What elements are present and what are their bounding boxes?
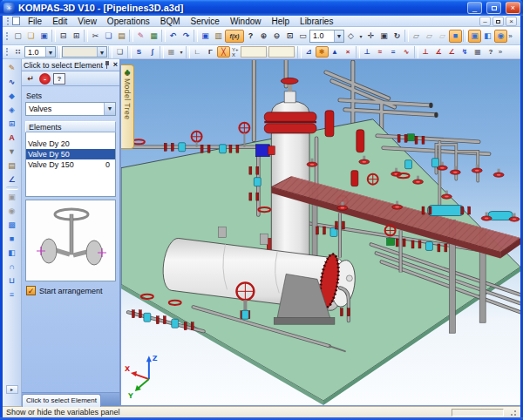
checkbox-icon[interactable]: ✓ [26, 286, 36, 295]
report-tool[interactable]: ▤ [4, 159, 19, 173]
bend-button[interactable]: ≈ [374, 46, 387, 58]
local-cs-button[interactable]: ∟ [191, 46, 204, 58]
shaded-edges-cube-button[interactable]: ▣ [468, 30, 481, 43]
object-browser-button[interactable]: ▥ [212, 30, 225, 43]
show-all-button[interactable]: ▣ [377, 30, 391, 43]
sets-combo[interactable]: Valves▼ [25, 102, 116, 116]
auto-route-button[interactable]: ✱ [316, 46, 329, 58]
cut-tool[interactable]: ◧ [4, 246, 19, 260]
menu-view[interactable]: View [72, 17, 102, 26]
menu-window[interactable]: Window [225, 17, 267, 26]
variables-window-button[interactable]: ▣ [199, 30, 212, 43]
panel-help-button[interactable]: ? [53, 73, 65, 85]
step-combo[interactable]: 1.0▼ [24, 46, 56, 58]
shell-tool[interactable]: ⊔ [4, 274, 19, 288]
extrude-tool[interactable]: ▣ [4, 190, 19, 204]
place-element-button[interactable]: ▲ [329, 46, 342, 58]
straight-pipe-button[interactable]: = [387, 46, 400, 58]
surface-tool[interactable]: ◆ [4, 89, 19, 103]
support-button[interactable]: ⊥ [419, 46, 432, 58]
fx-variables-button[interactable]: f(x) [225, 30, 244, 43]
list-item[interactable]: Valve Dy 20 [26, 139, 115, 149]
fillet-tool[interactable]: ∩ [4, 260, 19, 274]
minimize-button[interactable]: _ [467, 2, 482, 14]
snap-button[interactable]: ╳ [217, 46, 230, 58]
menu-libraries[interactable]: Libraries [295, 17, 338, 26]
library-help-button[interactable]: ? [485, 46, 498, 58]
measure-tool[interactable]: ∠ [4, 173, 19, 186]
print-button[interactable]: ⊟ [57, 30, 70, 43]
save-document-button[interactable]: ▣ [37, 30, 51, 43]
mdi-close-button[interactable]: × [506, 17, 517, 26]
current-step-button[interactable]: ∷ [11, 46, 24, 58]
copy-properties-button[interactable]: ✎ [134, 30, 147, 43]
resize-grip[interactable] [509, 409, 517, 417]
undo-button[interactable]: ↶ [166, 30, 180, 43]
dashed-lines-cube-button[interactable]: ▱ [436, 30, 449, 43]
menu-operations[interactable]: Operations [102, 17, 155, 26]
mdi-restore-button[interactable] [492, 17, 504, 26]
trim-curve-button[interactable]: ∫ [146, 46, 159, 58]
menu-edit[interactable]: Edit [47, 17, 72, 26]
menu-service[interactable]: Service [186, 17, 225, 26]
grid-button[interactable]: ▦ [165, 46, 178, 58]
edit-curve-button[interactable]: S [132, 46, 146, 58]
wireframe-cube-button[interactable]: ▱ [410, 30, 423, 43]
toolbar-overflow-button[interactable]: » [507, 32, 513, 40]
toolbar-overflow-button[interactable]: » [498, 48, 504, 56]
pillar-support-button[interactable]: ⊥ [361, 46, 374, 58]
zoom-in-button[interactable]: ⊕ [257, 30, 270, 43]
route-3d-button[interactable]: ⊿ [302, 46, 316, 58]
toolbar-grip[interactable] [6, 48, 9, 56]
menu-file[interactable]: File [23, 17, 47, 26]
copy-button[interactable]: ❏ [102, 30, 115, 43]
model-tree-tab[interactable]: ♣ Model Tree [121, 64, 134, 149]
zoom-scale-combo[interactable]: 1.0▼ [309, 30, 344, 43]
hidden-lines-cube-button[interactable]: ▱ [423, 30, 436, 43]
context-help-button[interactable]: ? [244, 30, 257, 43]
style-combo[interactable]: ▼ [62, 46, 107, 58]
filter-tool[interactable]: ▼ [4, 145, 19, 159]
update-model-button[interactable]: ↯ [458, 46, 472, 58]
array-tool[interactable]: ◈ [4, 103, 19, 117]
panel-close-icon[interactable]: × [113, 61, 118, 69]
spline-tool[interactable]: ∿ [4, 75, 19, 89]
paste-button[interactable]: ▤ [115, 30, 128, 43]
redo-button[interactable]: ↷ [180, 30, 193, 43]
side-toolbar-overflow-button[interactable]: ▸ [6, 385, 18, 394]
grid-dropdown[interactable]: ▾ [178, 46, 185, 58]
revolve-tool[interactable]: ◉ [4, 204, 19, 218]
pin-icon[interactable] [104, 61, 111, 69]
orientation-dropdown[interactable]: ▾ [357, 30, 364, 43]
close-button[interactable]: × [506, 2, 520, 14]
spreadsheet-button[interactable]: ▦ [147, 30, 160, 43]
orientation-button[interactable]: ◇ [344, 30, 357, 43]
shaded-cube-button[interactable]: ■ [449, 30, 462, 43]
flex-pipe-button[interactable]: ∿ [400, 46, 413, 58]
specification-button[interactable]: ▦ [472, 46, 485, 58]
branch-button[interactable]: ∡ [432, 46, 445, 58]
slope-button[interactable]: ∠ [445, 46, 458, 58]
rotate-button[interactable]: ↻ [391, 30, 404, 43]
boss-tool[interactable]: ■ [4, 232, 19, 246]
zoom-selected-button[interactable]: ▭ [296, 30, 309, 43]
remove-element-button[interactable]: × [342, 46, 355, 58]
toolbar-grip[interactable] [7, 17, 10, 25]
panel-bottom-tab[interactable]: Click to select Element [22, 394, 101, 407]
start-arrangement-checkbox[interactable]: ✓ Start arrangement [26, 286, 116, 295]
toolbar-grip[interactable] [6, 32, 9, 40]
text-tool[interactable]: A [4, 131, 19, 145]
loft-tool[interactable]: ▩ [4, 218, 19, 232]
sketch-tool[interactable]: ✎ [4, 61, 19, 75]
sheet-parameters-button[interactable]: ❏ [113, 46, 126, 58]
zoom-out-button[interactable]: ⊖ [270, 30, 283, 43]
section-view-button[interactable]: ◧ [481, 30, 494, 43]
attach-tool[interactable]: ⊞ [4, 117, 19, 131]
new-document-button[interactable]: ▢ [11, 30, 24, 43]
create-object-button[interactable]: ↵ [24, 73, 37, 85]
open-document-button[interactable]: ❏ [24, 30, 37, 43]
interrupt-command-button[interactable]: - [39, 73, 51, 85]
coord-y-field[interactable] [241, 46, 267, 58]
restore-button[interactable] [486, 2, 501, 14]
rib-tool[interactable]: ≡ [4, 288, 19, 301]
